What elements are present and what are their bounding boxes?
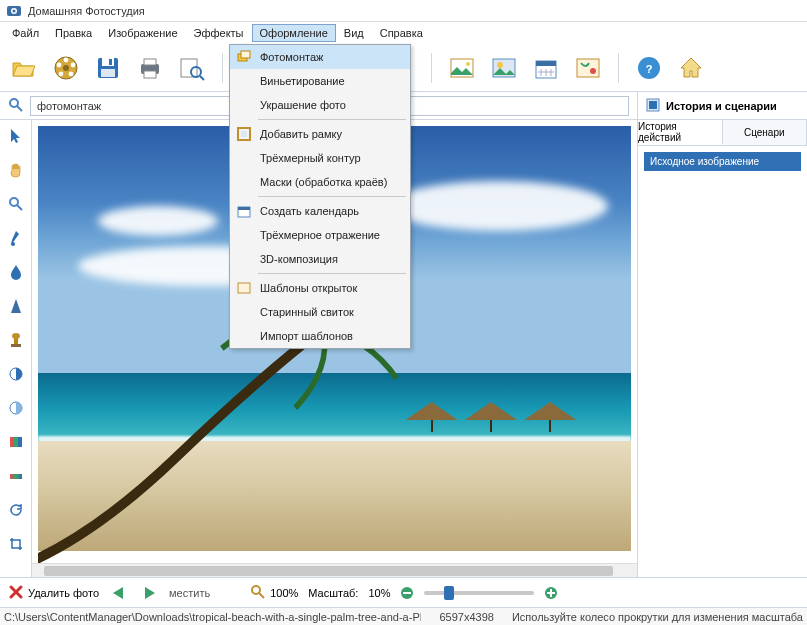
horizontal-scrollbar[interactable] — [32, 563, 637, 577]
dd-label: Маски (обработка краёв) — [260, 176, 387, 188]
arrow-tool[interactable] — [6, 126, 26, 146]
help-button[interactable]: ? — [633, 52, 665, 84]
brush-tool[interactable] — [6, 228, 26, 248]
print-button[interactable] — [134, 52, 166, 84]
home-button[interactable] — [675, 52, 707, 84]
dd-label: Трёхмерный контур — [260, 152, 361, 164]
zoom-out-button[interactable] — [400, 586, 414, 600]
calendar-button[interactable] — [530, 52, 562, 84]
menu-design[interactable]: Оформление — [252, 24, 336, 42]
crop-tool[interactable] — [6, 534, 26, 554]
prev-button[interactable] — [109, 585, 129, 601]
magnifier-100[interactable]: 100% — [250, 584, 298, 602]
svg-rect-30 — [577, 59, 599, 77]
sharpen-tool[interactable] — [6, 296, 26, 316]
delete-photo-button[interactable]: Удалить фото — [8, 584, 99, 602]
svg-point-6 — [71, 62, 76, 67]
svg-point-31 — [590, 68, 596, 74]
svg-rect-40 — [238, 283, 250, 293]
svg-point-47 — [11, 242, 15, 246]
dd-label: Импорт шаблонов — [260, 330, 353, 342]
droplet-tool[interactable] — [6, 262, 26, 282]
svg-line-58 — [259, 593, 264, 598]
dd-contour3d[interactable]: Трёхмерный контур — [230, 146, 410, 170]
menu-view[interactable]: Вид — [336, 24, 372, 42]
dd-label: Добавить рамку — [260, 128, 342, 140]
dd-label: Виньетирование — [260, 75, 345, 87]
postcard-icon — [236, 280, 252, 296]
dd-add-frame[interactable]: Добавить рамку — [230, 122, 410, 146]
film-button[interactable] — [50, 52, 82, 84]
design-dropdown: Фотомонтаж Виньетирование Украшение фото… — [229, 44, 411, 349]
magnifier-icon — [250, 584, 266, 602]
history-item-source[interactable]: Исходное изображение — [644, 152, 801, 171]
dd-decorate[interactable]: Украшение фото — [230, 93, 410, 117]
zoom-tool[interactable] — [6, 194, 26, 214]
svg-rect-53 — [10, 437, 14, 447]
brightness-tool[interactable] — [6, 398, 26, 418]
magnifier-label: 100% — [270, 587, 298, 599]
svg-rect-55 — [18, 437, 22, 447]
postcard-button[interactable] — [572, 52, 604, 84]
stamp-tool[interactable] — [6, 330, 26, 350]
menu-file[interactable]: Файл — [4, 24, 47, 42]
svg-rect-44 — [649, 101, 657, 109]
svg-rect-60 — [403, 592, 411, 594]
zoom-slider[interactable] — [424, 591, 534, 595]
preview-button[interactable] — [176, 52, 208, 84]
menu-bar: Файл Правка Изображение Эффекты Оформлен… — [0, 22, 807, 44]
contrast-tool[interactable] — [6, 364, 26, 384]
svg-rect-37 — [241, 131, 247, 137]
left-tool-strip — [0, 120, 32, 577]
panel-tabs: История действий Сценари — [638, 120, 807, 146]
menu-edit[interactable]: Правка — [47, 24, 100, 42]
dd-label: Фотомонтаж — [260, 51, 323, 63]
menu-image[interactable]: Изображение — [100, 24, 185, 42]
toolbar-separator — [431, 53, 432, 83]
menu-help[interactable]: Справка — [372, 24, 431, 42]
hand-tool[interactable] — [6, 160, 26, 180]
svg-rect-13 — [101, 69, 115, 77]
dd-separator — [258, 119, 406, 120]
dd-photomontage[interactable]: Фотомонтаж — [230, 45, 410, 69]
status-bar: C:\Users\ContentManager\Downloads\tropic… — [0, 607, 807, 625]
refresh-tool[interactable] — [6, 500, 26, 520]
svg-rect-12 — [109, 59, 112, 65]
svg-point-50 — [12, 333, 20, 339]
dd-reflection3d[interactable]: Трёхмерное отражение — [230, 223, 410, 247]
svg-line-19 — [200, 76, 204, 80]
tab-scenarios[interactable]: Сценари — [723, 120, 808, 145]
dd-masks[interactable]: Маски (обработка краёв) — [230, 170, 410, 194]
open-button[interactable] — [8, 52, 40, 84]
svg-rect-54 — [14, 437, 18, 447]
hue-tool[interactable] — [6, 466, 26, 486]
zoom-in-button[interactable] — [544, 586, 558, 600]
svg-point-5 — [64, 57, 69, 62]
dd-postcards[interactable]: Шаблоны открыток — [230, 276, 410, 300]
svg-rect-15 — [144, 59, 156, 65]
dd-label: 3D-композиция — [260, 253, 338, 265]
svg-rect-48 — [11, 344, 21, 347]
svg-rect-39 — [238, 207, 250, 210]
dd-old-scroll[interactable]: Старинный свиток — [230, 300, 410, 324]
saturation-tool[interactable] — [6, 432, 26, 452]
dd-import-templates[interactable]: Импорт шаблонов — [230, 324, 410, 348]
image2-button[interactable] — [488, 52, 520, 84]
scale-value: 10% — [368, 587, 390, 599]
svg-rect-35 — [241, 51, 250, 58]
dd-vignetting[interactable]: Виньетирование — [230, 69, 410, 93]
tab-history[interactable]: История действий — [638, 120, 723, 145]
status-path: C:\Users\ContentManager\Downloads\tropic… — [4, 611, 421, 623]
next-button[interactable] — [139, 585, 159, 601]
layers-icon — [236, 49, 252, 65]
status-hint: Используйте колесо прокрутки для изменен… — [512, 611, 803, 623]
svg-point-2 — [13, 9, 16, 12]
image1-button[interactable] — [446, 52, 478, 84]
svg-point-8 — [59, 71, 64, 76]
save-button[interactable] — [92, 52, 124, 84]
menu-effects[interactable]: Эффекты — [186, 24, 252, 42]
dd-separator — [258, 273, 406, 274]
dd-compose3d[interactable]: 3D-композиция — [230, 247, 410, 271]
dd-label: Украшение фото — [260, 99, 346, 111]
dd-calendar[interactable]: Создать календарь — [230, 199, 410, 223]
